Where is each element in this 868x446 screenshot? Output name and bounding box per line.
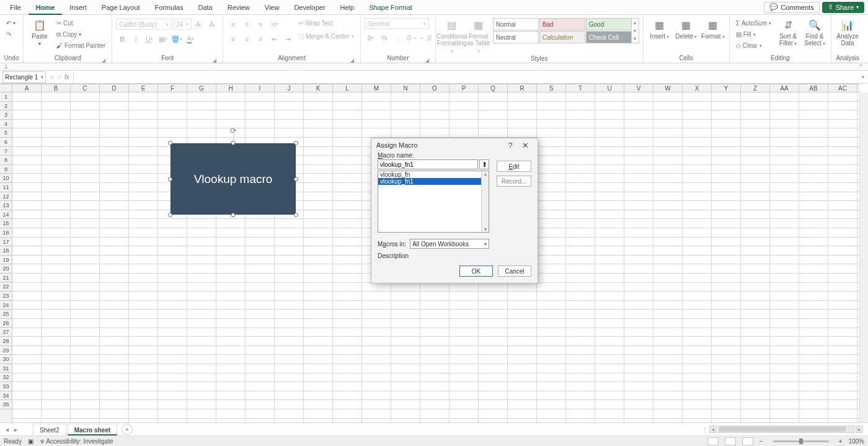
quick-access-icon[interactable]: ⇩ [4,64,9,70]
fill-button[interactable]: ▤Fill▾ [733,29,774,40]
redo-button[interactable]: ↷ [4,29,18,40]
resize-handle-nw[interactable] [168,141,172,145]
column-header[interactable]: U [595,84,624,92]
column-header[interactable]: K [304,84,333,92]
find-select-button[interactable]: 🔍Find & Select [802,18,827,47]
column-header[interactable]: Z [741,84,770,92]
row-header[interactable]: 22 [0,282,12,292]
merge-center-button[interactable]: ⬚Merge & Center▾ [296,31,356,42]
alignment-launcher[interactable]: ◢ [349,56,355,63]
row-header[interactable]: 10 [0,174,12,183]
dialog-help-button[interactable]: ? [503,141,518,150]
paste-button[interactable]: 📋 Paste▾ [27,18,52,47]
sheet-tab-sheet2[interactable]: Sheet2 [33,424,66,435]
row-header[interactable]: 17 [0,238,12,247]
row-header[interactable]: 16 [0,228,12,238]
tab-formulas[interactable]: Formulas [148,0,191,15]
row-header[interactable]: 7 [0,147,12,156]
row-header[interactable]: 4 [0,120,12,129]
name-box[interactable]: Rectangle 1 ▾ [2,71,46,83]
macro-name-ref-button[interactable]: ⬆ [479,159,489,169]
zoom-in-button[interactable]: + [839,438,843,445]
analyze-data-button[interactable]: 📊Analyze Data [835,18,860,47]
column-header[interactable]: W [653,84,683,92]
percent-button[interactable]: % [378,32,391,44]
sheet-nav-next[interactable]: ▸ [11,426,20,433]
row-header[interactable]: 30 [0,355,12,364]
macro-name-input[interactable] [378,159,478,169]
row-header[interactable]: 19 [0,256,12,265]
orientation-button[interactable]: ⤭▾ [268,18,280,30]
dialog-close-button[interactable]: ✕ [518,141,533,150]
tab-view[interactable]: View [257,0,287,15]
column-header[interactable]: B [42,84,71,92]
row-header[interactable]: 26 [0,319,12,328]
column-header[interactable]: I [246,84,275,92]
sheet-nav-prev[interactable]: ◂ [2,426,11,433]
macros-in-select[interactable]: All Open Workbooks ▾ [410,239,489,249]
column-header[interactable]: G [187,84,216,92]
autosum-button[interactable]: ΣAutoSum▾ [733,18,774,29]
zoom-level[interactable]: 100% [848,438,864,445]
cancel-button[interactable]: Cancel [498,265,531,277]
style-bad[interactable]: Bad [539,18,585,30]
column-header[interactable]: S [537,84,566,92]
tab-developer[interactable]: Developer [286,0,332,15]
row-header[interactable]: 31 [0,364,12,373]
comments-button[interactable]: 💬 Comments [764,2,819,13]
resize-handle-s[interactable] [231,213,236,217]
fill-color-button[interactable]: 🪣▾ [170,33,183,45]
bold-button[interactable]: B [116,33,128,45]
style-good[interactable]: Good [586,18,632,30]
accounting-format-button[interactable]: $▾ [365,32,377,44]
align-top-button[interactable]: ≡ [227,18,239,30]
resize-handle-w[interactable] [168,177,172,181]
sheet-tab-macro minisheet[interactable]: Macro sheet [68,424,117,435]
format-cells-button[interactable]: ▦Format [701,18,725,40]
cancel-formula-button[interactable]: ✕ [50,74,55,81]
column-header[interactable]: V [624,84,653,92]
formula-input[interactable] [73,71,858,83]
vertical-scrollbar[interactable] [859,92,868,422]
hscroll-left[interactable]: ◂ [709,426,717,433]
row-header[interactable]: 15 [0,219,12,228]
row-header[interactable]: 12 [0,192,12,202]
accessibility-status[interactable]: ✯ Accessibility: Investigate [40,438,113,445]
tab-insert[interactable]: Insert [62,0,94,15]
column-header[interactable]: H [216,84,246,92]
row-header[interactable]: 3 [0,110,12,120]
row-header[interactable]: 33 [0,382,12,391]
resize-handle-se[interactable] [294,213,298,217]
resize-handle-ne[interactable] [294,141,298,145]
zoom-out-button[interactable]: − [760,438,763,445]
tab-split-handle[interactable]: ⋮ [702,426,708,433]
hscroll-right[interactable]: ▸ [856,426,863,433]
tab-home[interactable]: Home [29,0,63,15]
format-painter-button[interactable]: 🖌Format Painter [54,40,108,51]
row-header[interactable]: 11 [0,183,12,192]
font-launcher[interactable]: ◢ [211,56,218,63]
row-header[interactable]: 27 [0,328,12,337]
column-header[interactable]: J [275,84,304,92]
column-header[interactable]: C [71,84,100,92]
conditional-formatting-button[interactable]: ▤ Conditional Formatting [440,18,464,55]
align-left-button[interactable]: ≡ [227,33,239,45]
macro-list-item[interactable]: vlookup_fn1 [378,178,481,185]
increase-decimal-button[interactable]: .0→ [405,32,418,44]
column-header[interactable]: E [129,84,158,92]
font-family-select[interactable]: Calibri (Body)▾ [116,19,172,30]
font-color-button[interactable]: A▾ [184,33,197,45]
row-header[interactable]: 9 [0,165,12,174]
column-header[interactable]: L [333,84,362,92]
cell-styles-gallery[interactable]: Normal Bad Good Neutral Calculation Chec… [493,18,632,43]
column-header[interactable]: AC [828,84,857,92]
tab-file[interactable]: File [2,0,29,15]
enter-formula-button[interactable]: ✓ [57,74,62,81]
row-header[interactable]: 34 [0,391,12,401]
decrease-indent-button[interactable]: ⇤ [268,33,280,45]
row-header[interactable]: 32 [0,373,12,382]
tab-data[interactable]: Data [190,0,219,15]
select-all-corner[interactable] [0,84,12,92]
cut-button[interactable]: ✂Cut [54,18,108,29]
share-button[interactable]: ⇧ Share ▾ [822,2,864,13]
